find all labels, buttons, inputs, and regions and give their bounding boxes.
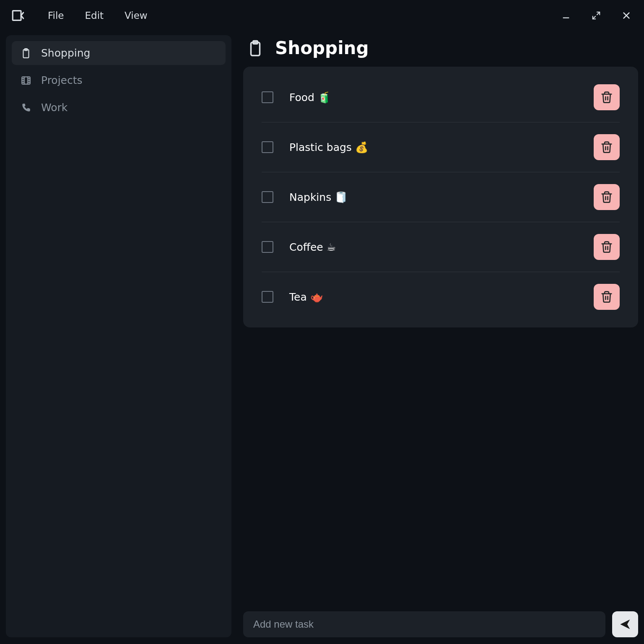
page-title: Shopping bbox=[275, 38, 369, 58]
task-label: Plastic bags 💰 bbox=[289, 141, 578, 153]
sidebar-item-label: Work bbox=[41, 101, 68, 114]
task-label: Food 🧃 bbox=[289, 91, 578, 104]
task-row: Plastic bags 💰 bbox=[262, 122, 620, 172]
clipboard-icon bbox=[247, 39, 264, 57]
sidebar-item-projects[interactable]: Projects bbox=[12, 68, 226, 92]
task-checkbox[interactable] bbox=[262, 91, 273, 103]
window-minimize-button[interactable] bbox=[560, 10, 572, 21]
sidebar-item-label: Shopping bbox=[41, 47, 90, 59]
window-close-button[interactable] bbox=[621, 10, 632, 21]
task-delete-button[interactable] bbox=[594, 134, 620, 160]
task-row: Tea 🫖 bbox=[262, 272, 620, 322]
menu-view[interactable]: View bbox=[125, 10, 148, 21]
task-checkbox[interactable] bbox=[262, 141, 273, 153]
task-label: Napkins 🧻 bbox=[289, 191, 578, 203]
task-checkbox[interactable] bbox=[262, 291, 273, 303]
app-logo-icon bbox=[11, 8, 25, 23]
sidebar-item-shopping[interactable]: Shopping bbox=[12, 41, 226, 65]
task-delete-button[interactable] bbox=[594, 234, 620, 260]
add-task-button[interactable] bbox=[612, 611, 638, 637]
task-delete-button[interactable] bbox=[594, 184, 620, 210]
new-task-input[interactable] bbox=[243, 611, 605, 637]
task-checkbox[interactable] bbox=[262, 191, 273, 203]
task-row: Food 🧃 bbox=[262, 73, 620, 122]
menu-file[interactable]: File bbox=[48, 10, 64, 21]
film-icon bbox=[20, 75, 32, 86]
task-label: Tea 🫖 bbox=[289, 291, 578, 303]
menu-edit[interactable]: Edit bbox=[85, 10, 104, 21]
page-header: Shopping bbox=[243, 35, 638, 67]
task-delete-button[interactable] bbox=[594, 284, 620, 310]
menubar: File Edit View bbox=[0, 0, 644, 31]
task-delete-button[interactable] bbox=[594, 84, 620, 110]
main-panel: Shopping Food 🧃 Plastic bags 💰 Napkins 🧻 bbox=[243, 35, 638, 637]
task-list: Food 🧃 Plastic bags 💰 Napkins 🧻 Coffee ☕ bbox=[243, 67, 638, 327]
sidebar: Shopping Projects Work bbox=[6, 35, 231, 637]
new-task-bar bbox=[243, 610, 638, 637]
app-window: File Edit View bbox=[0, 0, 644, 644]
window-maximize-button[interactable] bbox=[590, 10, 602, 21]
svg-rect-0 bbox=[13, 11, 21, 21]
task-row: Napkins 🧻 bbox=[262, 172, 620, 222]
sidebar-item-work[interactable]: Work bbox=[12, 96, 226, 119]
task-row: Coffee ☕ bbox=[262, 222, 620, 272]
task-checkbox[interactable] bbox=[262, 241, 273, 253]
task-label: Coffee ☕ bbox=[289, 241, 578, 253]
sidebar-item-label: Projects bbox=[41, 74, 83, 86]
clipboard-icon bbox=[20, 47, 32, 59]
phone-icon bbox=[20, 102, 32, 114]
